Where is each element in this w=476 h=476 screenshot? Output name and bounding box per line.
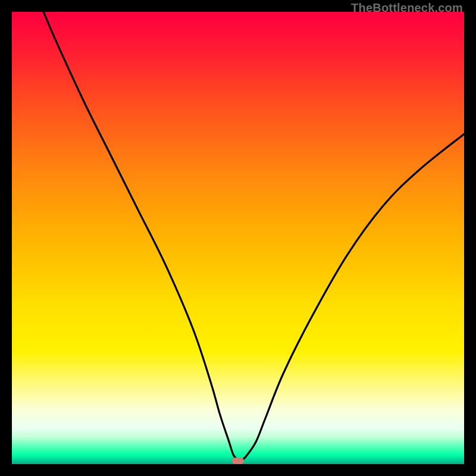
optimum-marker: [232, 458, 244, 464]
bottleneck-curve: [12, 12, 464, 464]
chart-stage: TheBottleneck.com: [0, 0, 476, 476]
plot-area: [12, 12, 464, 464]
watermark-text: TheBottleneck.com: [351, 1, 463, 15]
